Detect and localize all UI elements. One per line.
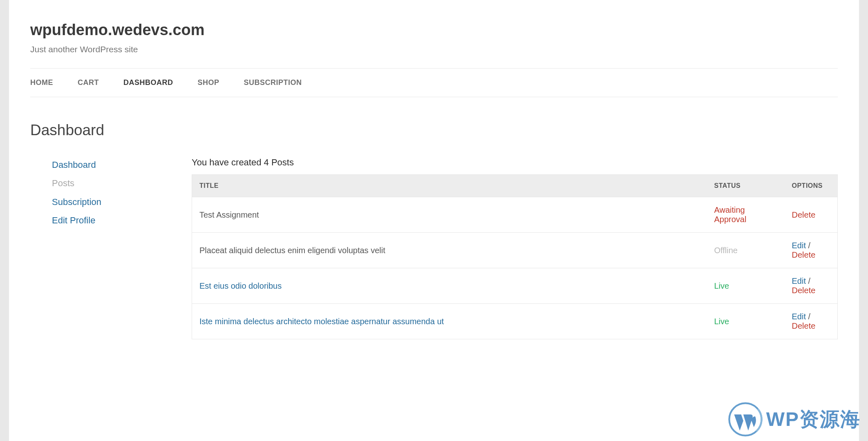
post-title: Test Assignment xyxy=(199,210,259,219)
delete-link[interactable]: Delete xyxy=(792,321,816,330)
nav-item-subscription[interactable]: SUBSCRIPTION xyxy=(244,78,302,87)
status-badge: Live xyxy=(714,317,729,326)
col-status: STATUS xyxy=(707,175,785,197)
status-badge: Offline xyxy=(714,246,738,255)
nav-item-cart[interactable]: CART xyxy=(78,78,99,87)
sidebar-item-posts[interactable]: Posts xyxy=(52,176,192,191)
content-area: You have created 4 Posts TITLE STATUS OP… xyxy=(192,157,838,339)
edit-link[interactable]: Edit xyxy=(792,241,806,250)
post-title-link[interactable]: Iste minima delectus architecto molestia… xyxy=(199,317,444,326)
nav-item-shop[interactable]: SHOP xyxy=(198,78,219,87)
dashboard-layout: Dashboard Posts Subscription Edit Profil… xyxy=(30,157,838,339)
nav-item-home[interactable]: HOME xyxy=(30,78,53,87)
table-row: Est eius odio doloribus Live Edit / Dele… xyxy=(192,268,838,304)
posts-count-heading: You have created 4 Posts xyxy=(192,157,838,168)
main-nav: HOME CART DASHBOARD SHOP SUBSCRIPTION xyxy=(30,68,838,97)
site-title[interactable]: wpufdemo.wedevs.com xyxy=(30,21,838,39)
post-title: Placeat aliquid delectus enim eligendi v… xyxy=(199,246,385,255)
sidebar-item-subscription[interactable]: Subscription xyxy=(52,194,192,209)
col-title: TITLE xyxy=(192,175,707,197)
delete-link[interactable]: Delete xyxy=(792,250,816,259)
option-sep: / xyxy=(806,276,810,285)
sidebar-item-dashboard[interactable]: Dashboard xyxy=(52,157,192,172)
edit-link[interactable]: Edit xyxy=(792,276,806,285)
post-title-link[interactable]: Est eius odio doloribus xyxy=(199,281,282,290)
sidebar: Dashboard Posts Subscription Edit Profil… xyxy=(30,157,192,339)
status-badge: Awaiting Approval xyxy=(714,205,747,224)
delete-link[interactable]: Delete xyxy=(792,286,816,295)
page-heading: Dashboard xyxy=(30,122,838,139)
sidebar-item-edit-profile[interactable]: Edit Profile xyxy=(52,213,192,228)
nav-item-dashboard[interactable]: DASHBOARD xyxy=(123,78,173,87)
status-badge: Live xyxy=(714,281,729,290)
table-row: Placeat aliquid delectus enim eligendi v… xyxy=(192,233,838,268)
col-options: OPTIONS xyxy=(785,175,838,197)
page-container: wpufdemo.wedevs.com Just another WordPre… xyxy=(9,0,859,441)
option-sep: / xyxy=(806,241,810,250)
table-row: Test Assignment Awaiting Approval Delete xyxy=(192,197,838,233)
option-sep: / xyxy=(806,312,810,321)
posts-table: TITLE STATUS OPTIONS Test Assignment Awa… xyxy=(192,174,838,339)
edit-link[interactable]: Edit xyxy=(792,312,806,321)
site-tagline: Just another WordPress site xyxy=(30,45,838,54)
table-row: Iste minima delectus architecto molestia… xyxy=(192,304,838,339)
delete-link[interactable]: Delete xyxy=(792,210,816,219)
